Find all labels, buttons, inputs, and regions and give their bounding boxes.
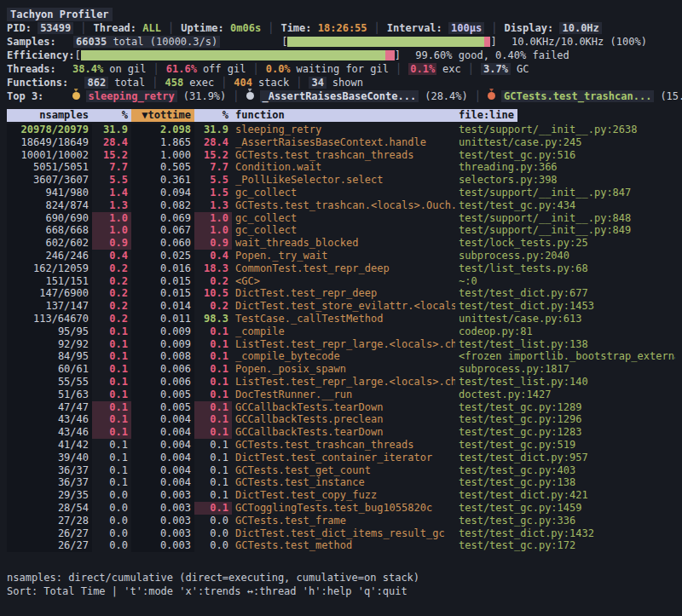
- table-row[interactable]: 43/460.10.0040.1GCCallbackTests.preclean…: [7, 413, 675, 426]
- table-row[interactable]: 47/470.10.0050.1GCCallbackTests.tearDown…: [7, 401, 675, 414]
- tottime-cell: 1.865: [131, 136, 194, 149]
- tottime-cell: 0.005: [131, 389, 194, 401]
- table-row[interactable]: 41/420.10.0040.1GCTests.test_trashcan_th…: [7, 439, 675, 452]
- thread-label: Thread:: [94, 22, 137, 34]
- direct-pct-cell: 5.5: [92, 174, 131, 187]
- table-row[interactable]: 27/280.00.0030.0GCTests.test_frametest/t…: [7, 515, 675, 527]
- file-line-cell: test/test_gc.py:1283: [455, 426, 675, 439]
- function-stat: 404stack: [234, 77, 289, 89]
- table-row[interactable]: 39/400.10.0040.1DictTest.test_container_…: [7, 452, 675, 464]
- nsamples-cell: 20978/20979: [7, 124, 92, 136]
- table-row[interactable]: 84/950.10.0080.1_compile_bytecode<frozen…: [7, 350, 675, 363]
- direct-pct-cell: 0.1: [92, 464, 131, 477]
- header-tottime-sorted[interactable]: ▼tottime: [131, 109, 194, 122]
- medal-icon: [246, 92, 254, 100]
- table-row[interactable]: 690/6901.00.0691.0gc_collecttest/support…: [7, 212, 675, 225]
- thread-value[interactable]: ALL: [142, 22, 161, 34]
- table-row[interactable]: 36/370.10.0040.1GCTests.test_instancetes…: [7, 476, 675, 489]
- direct-pct-cell: 1.0: [92, 212, 131, 225]
- header-function[interactable]: function: [232, 109, 455, 122]
- tottime-cell: 2.098: [131, 124, 194, 136]
- function-stat-value: 458: [165, 77, 184, 89]
- function-cell: <GC>: [232, 275, 455, 288]
- samples-row: Samples: 66035 total (10000.3/s)[] 10.0K…: [7, 35, 675, 49]
- samples-count: 66035: [76, 36, 107, 48]
- file-line-cell: test/test_dict.py:957: [455, 452, 675, 464]
- table-row[interactable]: 18649/1864928.41.86528.4_AssertRaisesBas…: [7, 136, 675, 149]
- nsamples-cell: 113/64670: [7, 313, 92, 325]
- cumulative-pct-cell: 18.3: [194, 262, 232, 275]
- cumulative-pct-cell: 0.2: [194, 275, 232, 288]
- table-row[interactable]: 29/350.00.0030.1DictTest.test_copy_fuzzt…: [7, 489, 675, 502]
- tottime-cell: 0.069: [131, 212, 194, 225]
- nsamples-cell: 3607/3607: [7, 174, 92, 187]
- file-line-cell: test/test_gc.py:138: [455, 476, 675, 489]
- divider: │: [389, 63, 408, 75]
- tottime-cell: 0.361: [131, 174, 194, 187]
- footer-keybindings: Sort: Total Time | 't':mode 'x':trends ↔…: [7, 584, 675, 598]
- cumulative-pct-cell: 15.2: [194, 149, 232, 162]
- cumulative-pct-cell: 0.1: [194, 452, 232, 464]
- direct-pct-cell: 1.0: [92, 224, 131, 237]
- table-row[interactable]: 26/270.00.0030.0DictTest.test_dict_items…: [7, 527, 675, 540]
- nsamples-cell: 147/6900: [7, 287, 92, 300]
- function-stat: 458exec: [165, 77, 215, 89]
- table-row[interactable]: 246/2460.40.0250.4Popen._try_waitsubproc…: [7, 250, 675, 262]
- cumulative-pct-cell: 0.1: [194, 401, 232, 414]
- table-row[interactable]: 151/1510.20.0150.2<GC>~:0: [7, 275, 675, 288]
- file-line-cell: test/test_gc.py:1459: [455, 502, 675, 515]
- file-line-cell: test/test_dict.py:1432: [455, 527, 675, 540]
- header-nsamples[interactable]: nsamples: [7, 109, 92, 122]
- function-cell: _AssertRaisesBaseContext.handle: [232, 136, 455, 149]
- top-function[interactable]: GCTests.test_trashcan...(15.2%): [488, 90, 682, 102]
- cumulative-pct-cell: 0.1: [194, 476, 232, 489]
- tottime-cell: 0.009: [131, 325, 194, 338]
- table-row[interactable]: 162/120590.20.01618.3CommonTest.test_rep…: [7, 262, 675, 275]
- table-row[interactable]: 36/370.10.0040.1GCTests.test_get_countte…: [7, 464, 675, 477]
- table-row[interactable]: 20978/2097931.92.09831.9sleeping_retryte…: [7, 124, 675, 136]
- table-row[interactable]: 113/646700.20.01198.3TestCase._callTestM…: [7, 313, 675, 325]
- table-row[interactable]: 137/1470.20.0140.2DictTest.test_store_ev…: [7, 300, 675, 313]
- table-row[interactable]: 26/270.00.0030.0GCTests.test_methodtest/…: [7, 539, 675, 552]
- top3-row: Top 3: sleeping_retry(31.9%)│_AssertRais…: [7, 89, 675, 103]
- table-row[interactable]: 824/8741.30.0821.3GCTests.test_trashcan.…: [7, 199, 675, 212]
- divider: │: [289, 77, 309, 89]
- table-row[interactable]: 602/6020.90.0600.9wait_threads_blockedte…: [7, 237, 675, 250]
- table-row[interactable]: 51/630.10.0050.1DocTestRunner.__rundocte…: [7, 389, 675, 401]
- table-row[interactable]: 3607/36075.50.3615.5_PollLikeSelector.se…: [7, 174, 675, 187]
- threads-label: Threads:: [7, 63, 56, 75]
- direct-pct-cell: 0.0: [92, 489, 131, 502]
- table-row[interactable]: 28/540.00.0030.1GCTogglingTests.test_bug…: [7, 502, 675, 515]
- header-direct-pct[interactable]: %: [92, 109, 131, 122]
- file-line-cell: test/list_tests.py:68: [455, 262, 675, 275]
- table-row[interactable]: 92/920.10.0090.1ListTest.test_repr_large…: [7, 338, 675, 351]
- table-row[interactable]: 95/950.10.0090.1_compilecodeop.py:81: [7, 325, 675, 338]
- function-cell: DocTestRunner.__run: [232, 389, 455, 401]
- thread-stat-label: off gil: [203, 63, 246, 75]
- table-row[interactable]: 10001/1000215.21.00015.2GCTests.test_tra…: [7, 149, 675, 162]
- pid-label: PID:: [7, 22, 32, 34]
- table-row[interactable]: 147/69000.20.01510.5DictTest.test_repr_d…: [7, 287, 675, 300]
- tottime-cell: 0.025: [131, 250, 194, 262]
- table-row[interactable]: 43/460.10.0040.1GCCallbackTests.tearDown…: [7, 426, 675, 439]
- function-stat-value: 34: [309, 77, 326, 89]
- nsamples-cell: 55/55: [7, 376, 92, 389]
- top-function[interactable]: _AssertRaisesBaseConte...(28.4%): [246, 90, 468, 102]
- cumulative-pct-cell: 0.4: [194, 250, 232, 262]
- nsamples-cell: 824/874: [7, 199, 92, 212]
- table-row[interactable]: 668/6681.00.0671.0gc_collecttest/support…: [7, 224, 675, 237]
- table-row[interactable]: 5051/50517.70.5057.7Condition.waitthread…: [7, 161, 675, 174]
- interval-label: Interval:: [387, 22, 442, 34]
- bar-open-bracket: [: [281, 36, 287, 48]
- header-cumulative-pct[interactable]: %: [194, 109, 232, 122]
- function-stat: 862total: [84, 77, 145, 89]
- direct-pct-cell: 0.1: [92, 413, 131, 426]
- table-row[interactable]: 60/610.10.0060.1Popen._posix_spawnsubpro…: [7, 363, 675, 376]
- direct-pct-cell: 0.2: [92, 300, 131, 313]
- direct-pct-cell: 0.0: [92, 527, 131, 540]
- table-row[interactable]: 941/9801.40.0941.5gc_collecttest/support…: [7, 187, 675, 199]
- table-row[interactable]: 55/550.10.0060.1ListTest.test_repr_large…: [7, 376, 675, 389]
- tottime-cell: 0.014: [131, 300, 194, 313]
- top-function[interactable]: sleeping_retry(31.9%): [72, 90, 227, 102]
- header-file-line[interactable]: file:line: [455, 109, 675, 122]
